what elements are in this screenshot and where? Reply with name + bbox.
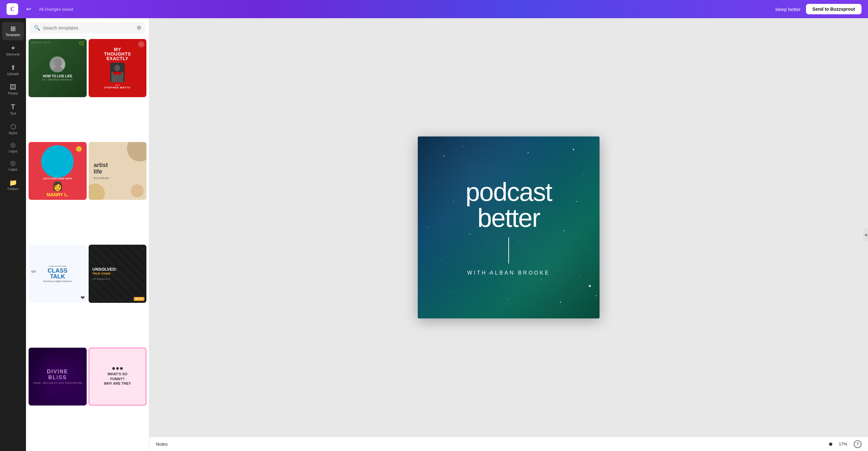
template-card-manry[interactable]: LET'S CHIT CHAT WITH 👩 MANRY L. 🙂 (29, 142, 87, 200)
tpl-dot-2 (116, 367, 119, 370)
notes-label[interactable]: Notes (156, 442, 168, 447)
svg-point-13 (453, 201, 454, 202)
tpl-manry-figure: 👩 (52, 181, 63, 191)
svg-point-27 (508, 299, 509, 299)
tpl-heart-icon: ❤ (81, 295, 85, 301)
sidebar-item-folders[interactable]: 📁 Folders (2, 176, 24, 194)
logos-icon: ⓒ (10, 143, 16, 148)
svg-point-26 (450, 292, 451, 293)
tpl-leaf-deco: 🌿 (78, 40, 85, 47)
sidebar-item-elements[interactable]: ✦ Elements (2, 41, 24, 60)
crown-icon: ♛ (135, 298, 137, 300)
tpl-dot-1 (112, 367, 115, 370)
photos-icon: 🖼 (10, 84, 16, 90)
styles-icon: ⬡ (10, 123, 16, 130)
zoom-level[interactable]: 17% (839, 442, 847, 447)
tpl-unsolved-texture (89, 245, 147, 303)
undo-button[interactable]: ↩ (23, 4, 34, 14)
tpl-how-live-title: HOW TO LIVE LIFE (43, 75, 72, 78)
tpl-pro-badge: ♛ PRO (134, 297, 145, 301)
elements-icon: ✦ (10, 45, 16, 51)
sidebar-item-photos[interactable]: 🖼 Photos (2, 81, 24, 99)
help-button[interactable]: ? (854, 440, 862, 448)
template-card-how-to-live[interactable]: PODCAST WITH HOW TO LIVE LIFE EP 1: IMPO… (29, 39, 87, 97)
template-card-class-talk[interactable]: Catherine Earnshaw CLASSTALK Teaching in… (29, 245, 87, 303)
sidebar-item-elements-label: Elements (6, 53, 20, 57)
page-nav (829, 443, 832, 446)
template-card-divine-bliss[interactable]: DIVINEBLISS YOGA, WELLNESS AND MEDITATIO… (29, 348, 87, 406)
template-card-unsolved[interactable]: ··· UNSOLVED: TRUE CRIME with Benjamine … (89, 245, 147, 303)
folders-icon: 📁 (9, 179, 17, 186)
svg-point-8 (528, 152, 529, 153)
saved-status: All changes saved (39, 7, 73, 12)
sidebar-item-logos2-label: Logos (8, 168, 17, 172)
collapse-panel-button[interactable]: ◀ (863, 228, 868, 241)
text-icon: T (11, 103, 15, 111)
sidebar-item-logos2[interactable]: ⓒ Logos (2, 158, 24, 175)
podcast-divider (508, 237, 509, 263)
templates-panel: 🔍 ⚙ PODCAST WITH HOW TO LIVE LIFE EP 1: … (26, 18, 149, 451)
tpl-class-talk-sub: Teaching in digital classroom (43, 280, 72, 282)
logos2-icon: ⓒ (10, 161, 16, 166)
sidebar-item-text[interactable]: T Text (2, 100, 24, 119)
tpl-chat-title: LET'S CHIT CHAT WITH (43, 177, 72, 180)
templates-icon: ⊞ (10, 25, 16, 32)
main-layout: ⊞ Templates ✦ Elements ⬆ Uploads 🖼 Photo… (0, 18, 868, 451)
svg-point-22 (440, 260, 441, 260)
sidebar-item-templates[interactable]: ⊞ Templates (2, 22, 24, 40)
svg-point-2 (114, 65, 120, 71)
sidebar-item-uploads[interactable]: ⬆ Uploads (2, 61, 24, 79)
send-to-buzzsprout-button[interactable]: Send to Buzzsprout (806, 4, 862, 14)
search-input-wrap[interactable]: 🔍 ⚙ (30, 22, 145, 33)
filter-icon[interactable]: ⚙ (137, 25, 141, 31)
template-card-artist-life[interactable]: artistlife the podcast (89, 142, 147, 200)
tpl-smiley-icon: 🙂 (75, 146, 82, 152)
template-card-my-thoughts[interactable]: ♡ MYTHOUGHTSEXACTLY WITH STEPHEN WATTS (89, 39, 147, 97)
help-icon: ? (856, 442, 859, 447)
canva-logo[interactable]: C (6, 3, 18, 15)
svg-rect-4 (113, 72, 121, 75)
search-input[interactable] (43, 25, 134, 31)
podcast-subtitle[interactable]: WITH ALBAN BROOKE (467, 270, 550, 276)
svg-point-5 (443, 156, 444, 157)
svg-point-7 (483, 165, 483, 166)
canvas-scroll[interactable]: podcast better WITH ALBAN BROOKE (149, 18, 868, 437)
tpl-how-live-sub: EP 1: IMPORTANT PRIORITIES (42, 79, 73, 81)
tpl-my-thoughts-title: MYTHOUGHTSEXACTLY (104, 47, 131, 61)
svg-point-28 (560, 302, 561, 303)
tpl-podcast-badge: PODCAST WITH (31, 41, 50, 44)
tpl-pencil-icon: ✏ (31, 268, 37, 276)
tpl-artist-sub: the podcast (94, 176, 109, 180)
template-card-whats-so-funny[interactable]: WHAT'S SOFUNNY?WHY ARE THEY (89, 348, 147, 406)
podcast-canvas[interactable]: podcast better WITH ALBAN BROOKE (418, 137, 599, 318)
tpl-dots-indicator (112, 367, 123, 370)
svg-point-16 (577, 201, 578, 202)
tpl-class-header: Catherine Earnshaw (49, 265, 66, 267)
tpl-artist-blob1 (127, 142, 146, 162)
svg-point-11 (583, 175, 584, 176)
sidebar-item-logos[interactable]: ⓒ Logos (2, 140, 24, 157)
sidebar-icons: ⊞ Templates ✦ Elements ⬆ Uploads 🖼 Photo… (0, 18, 26, 451)
templates-search-bar: 🔍 ⚙ (26, 18, 149, 36)
podcast-title-line2: better (477, 203, 540, 232)
pro-label: PRO (138, 298, 143, 300)
sidebar-item-styles[interactable]: ⬡ Styles (2, 120, 24, 138)
tpl-divine-glow (29, 348, 87, 406)
svg-point-17 (427, 227, 428, 228)
tpl-manry-name: MANRY L. (47, 192, 68, 197)
tpl-author-name: STEPHEN WATTS (104, 86, 130, 89)
tpl-class-talk-title: CLASSTALK (48, 268, 67, 279)
podcast-title[interactable]: podcast better (465, 179, 552, 231)
tpl-artist-blob2 (89, 184, 105, 200)
project-name[interactable]: sleep better (775, 6, 801, 12)
tpl-fav-button[interactable]: ♡ (138, 41, 145, 48)
tpl-artist-shape (131, 184, 144, 197)
uploads-icon: ⬆ (10, 64, 16, 71)
canvas-area: ◀ (149, 18, 868, 451)
tpl-dot-3 (120, 367, 123, 370)
svg-point-6 (463, 146, 464, 146)
templates-grid: PODCAST WITH HOW TO LIVE LIFE EP 1: IMPO… (26, 36, 149, 451)
header-left: C ↩ All changes saved (6, 3, 73, 15)
svg-point-18 (469, 233, 470, 234)
tpl-avatar (49, 56, 66, 73)
